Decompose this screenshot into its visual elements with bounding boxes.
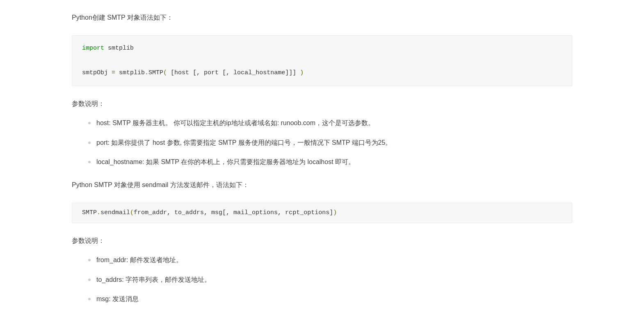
list-item: msg: 发送消息 — [88, 294, 572, 304]
code-block-smtp-create: import smtplib smtpObj = smtplib.SMTP( [… — [72, 35, 572, 86]
params-list-2: from_addr: 邮件发送者地址。 to_addrs: 字符串列表，邮件发送… — [72, 255, 572, 304]
list-item: local_hostname: 如果 SMTP 在你的本机上，你只需要指定服务器… — [88, 157, 572, 167]
sendmail-intro: Python SMTP 对象使用 sendmail 方法发送邮件，语法如下： — [72, 180, 572, 190]
params-label-2: 参数说明： — [72, 235, 572, 246]
list-item: port: 如果你提供了 host 参数, 你需要指定 SMTP 服务使用的端口… — [88, 137, 572, 148]
params-list-1: host: SMTP 服务器主机。 你可以指定主机的ip地址或者域名如: run… — [72, 118, 572, 167]
code-block-sendmail: SMTP.sendmail(from_addr, to_addrs, msg[,… — [72, 203, 572, 223]
list-item: host: SMTP 服务器主机。 你可以指定主机的ip地址或者域名如: run… — [88, 118, 572, 128]
list-item: from_addr: 邮件发送者地址。 — [88, 255, 572, 265]
list-item: to_addrs: 字符串列表，邮件发送地址。 — [88, 274, 572, 285]
intro-paragraph: Python创建 SMTP 对象语法如下： — [72, 12, 572, 23]
params-label-1: 参数说明： — [72, 98, 572, 109]
